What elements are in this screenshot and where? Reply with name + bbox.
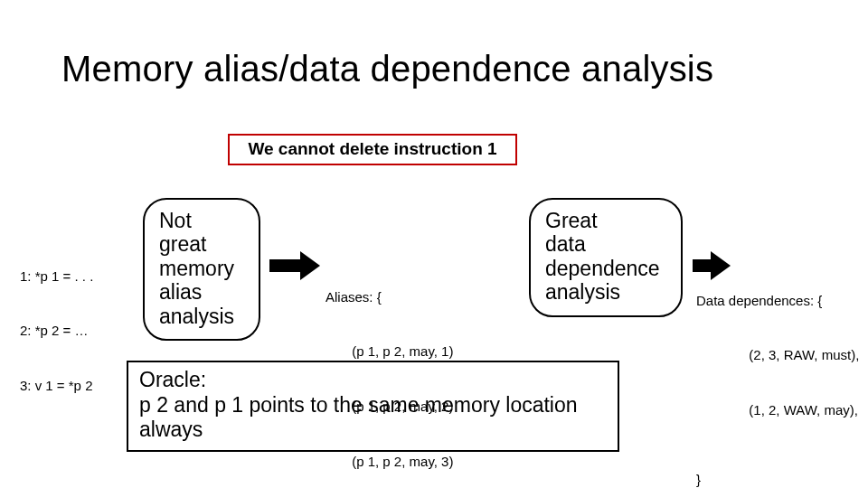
code-line-1: 1: *p 1 = . . . [20,267,93,286]
arrow-icon [269,251,320,280]
aliases-head: Aliases: { [326,288,453,306]
code-line-3: 3: v 1 = *p 2 [20,377,93,395]
slide-title: Memory alias/data dependence analysis [61,49,713,89]
node-alias-analysis: Not great memory alias analysis [143,198,260,341]
aliases-row-3: (p 1, p 2, may, 3) [326,453,453,471]
deps-head: Data dependences: { [696,292,859,310]
code-block: 1: *p 1 = . . . 2: *p 2 = … 3: v 1 = *p … [20,230,93,432]
slide: Memory alias/data dependence analysis We… [0,0,868,488]
warning-callout: We cannot delete instruction 1 [228,134,517,165]
node-dependence-analysis: Great data dependence analysis [529,198,683,317]
node-dep-label: Great data dependence analysis [545,209,660,304]
oracle-box: Oracle: p 2 and p 1 points to the same m… [127,361,619,452]
oracle-line-2: p 2 and p 1 points to the same memory lo… [139,393,607,443]
oracle-line-1: Oracle: [139,368,607,393]
deps-row-1: (2, 3, RAW, must), [696,346,859,364]
code-line-2: 2: *p 2 = … [20,322,93,340]
deps-tail: } [696,471,859,488]
node-alias-label: Not great memory alias analysis [159,209,234,328]
deps-row-2: (1, 2, WAW, may), [696,401,859,419]
aliases-row-1: (p 1, p 2, may, 1) [326,343,453,361]
dependences-block: Data dependences: { (2, 3, RAW, must), (… [696,255,859,488]
